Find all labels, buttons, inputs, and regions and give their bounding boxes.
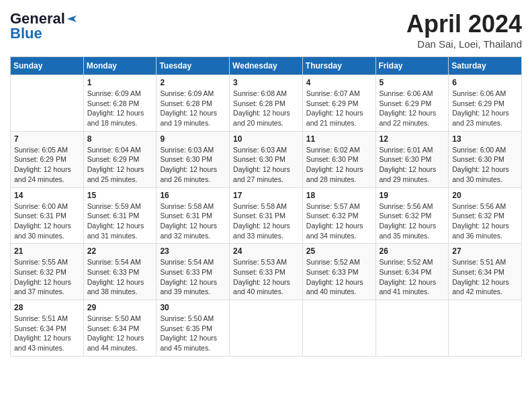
day-number: 16 (160, 191, 226, 200)
calendar-cell: 7Sunrise: 6:05 AMSunset: 6:29 PMDaylight… (11, 131, 84, 187)
calendar-table: SundayMondayTuesdayWednesdayThursdayFrid… (10, 56, 522, 357)
svg-marker-0 (67, 15, 77, 22)
day-number: 6 (452, 78, 518, 87)
calendar-cell: 14Sunrise: 6:00 AMSunset: 6:31 PMDayligh… (11, 187, 84, 244)
day-number: 9 (160, 134, 226, 144)
day-info: Sunrise: 6:00 AMSunset: 6:31 PMDaylight:… (14, 201, 80, 241)
day-number: 23 (160, 246, 226, 256)
day-number: 11 (306, 134, 372, 144)
calendar-cell (449, 300, 522, 357)
day-info: Sunrise: 5:50 AMSunset: 6:34 PMDaylight:… (87, 314, 153, 353)
day-info: Sunrise: 6:09 AMSunset: 6:28 PMDaylight:… (87, 89, 153, 128)
day-info: Sunrise: 6:07 AMSunset: 6:29 PMDaylight:… (306, 89, 372, 128)
day-number: 13 (452, 134, 518, 144)
logo-blue: Blue (10, 25, 42, 42)
day-number: 4 (306, 78, 372, 87)
header-cell-saturday: Saturday (449, 57, 522, 75)
header-cell-friday: Friday (375, 57, 449, 75)
calendar-cell: 25Sunrise: 5:52 AMSunset: 6:33 PMDayligh… (302, 244, 375, 300)
day-number: 30 (160, 303, 226, 312)
day-info: Sunrise: 5:54 AMSunset: 6:33 PMDaylight:… (160, 257, 226, 297)
header-cell-thursday: Thursday (302, 57, 375, 75)
calendar-cell: 21Sunrise: 5:55 AMSunset: 6:32 PMDayligh… (11, 244, 84, 300)
day-info: Sunrise: 6:05 AMSunset: 6:29 PMDaylight:… (14, 145, 80, 185)
header-cell-tuesday: Tuesday (157, 57, 230, 75)
calendar-cell: 22Sunrise: 5:54 AMSunset: 6:33 PMDayligh… (83, 244, 157, 300)
day-number: 25 (306, 246, 372, 256)
calendar-cell: 28Sunrise: 5:51 AMSunset: 6:34 PMDayligh… (11, 300, 84, 357)
calendar-cell: 5Sunrise: 6:06 AMSunset: 6:29 PMDaylight… (375, 75, 449, 132)
day-info: Sunrise: 6:03 AMSunset: 6:30 PMDaylight:… (160, 145, 226, 185)
day-number: 19 (380, 191, 445, 200)
day-info: Sunrise: 5:57 AMSunset: 6:32 PMDaylight:… (306, 201, 372, 241)
day-info: Sunrise: 5:58 AMSunset: 6:31 PMDaylight:… (233, 201, 299, 241)
calendar-cell: 4Sunrise: 6:07 AMSunset: 6:29 PMDaylight… (302, 75, 375, 132)
day-number: 8 (87, 134, 153, 144)
day-info: Sunrise: 5:55 AMSunset: 6:32 PMDaylight:… (14, 257, 80, 297)
day-number: 20 (452, 191, 518, 200)
calendar-week-3: 14Sunrise: 6:00 AMSunset: 6:31 PMDayligh… (11, 187, 522, 244)
day-number: 7 (14, 134, 80, 144)
day-info: Sunrise: 6:04 AMSunset: 6:29 PMDaylight:… (87, 145, 153, 185)
calendar-cell: 1Sunrise: 6:09 AMSunset: 6:28 PMDaylight… (83, 75, 157, 132)
calendar-cell (11, 75, 84, 132)
calendar-cell: 23Sunrise: 5:54 AMSunset: 6:33 PMDayligh… (157, 244, 230, 300)
header-cell-sunday: Sunday (11, 57, 84, 75)
calendar-cell (302, 300, 375, 357)
calendar-cell: 19Sunrise: 5:56 AMSunset: 6:32 PMDayligh… (375, 187, 449, 244)
header-cell-wednesday: Wednesday (230, 57, 303, 75)
day-number: 12 (380, 134, 445, 144)
day-number: 29 (87, 303, 153, 312)
calendar-cell: 27Sunrise: 5:51 AMSunset: 6:34 PMDayligh… (449, 244, 522, 300)
calendar-body: 1Sunrise: 6:09 AMSunset: 6:28 PMDaylight… (11, 75, 522, 357)
day-number: 17 (233, 191, 299, 200)
calendar-cell: 13Sunrise: 6:00 AMSunset: 6:30 PMDayligh… (449, 131, 522, 187)
day-number: 15 (87, 191, 153, 200)
day-info: Sunrise: 5:52 AMSunset: 6:34 PMDaylight:… (380, 257, 445, 297)
calendar-week-1: 1Sunrise: 6:09 AMSunset: 6:28 PMDaylight… (11, 75, 522, 132)
calendar-cell (230, 300, 303, 357)
calendar-cell: 2Sunrise: 6:09 AMSunset: 6:28 PMDaylight… (157, 75, 230, 132)
calendar-cell: 12Sunrise: 6:01 AMSunset: 6:30 PMDayligh… (375, 131, 449, 187)
day-info: Sunrise: 6:01 AMSunset: 6:30 PMDaylight:… (380, 145, 445, 185)
logo-bird-icon (66, 13, 78, 25)
day-number: 1 (87, 78, 153, 87)
day-info: Sunrise: 5:54 AMSunset: 6:33 PMDaylight:… (87, 257, 153, 297)
calendar-cell: 29Sunrise: 5:50 AMSunset: 6:34 PMDayligh… (83, 300, 157, 357)
day-number: 5 (380, 78, 445, 87)
day-number: 21 (14, 246, 80, 256)
day-info: Sunrise: 5:56 AMSunset: 6:32 PMDaylight:… (452, 201, 518, 241)
calendar-week-4: 21Sunrise: 5:55 AMSunset: 6:32 PMDayligh… (11, 244, 522, 300)
day-number: 14 (14, 191, 80, 200)
calendar-cell: 26Sunrise: 5:52 AMSunset: 6:34 PMDayligh… (375, 244, 449, 300)
calendar-week-2: 7Sunrise: 6:05 AMSunset: 6:29 PMDaylight… (11, 131, 522, 187)
title-area: April 2024 Dan Sai, Loei, Thailand (406, 10, 522, 50)
day-info: Sunrise: 6:03 AMSunset: 6:30 PMDaylight:… (233, 145, 299, 185)
header-cell-monday: Monday (83, 57, 157, 75)
day-number: 27 (452, 246, 518, 256)
calendar-week-5: 28Sunrise: 5:51 AMSunset: 6:34 PMDayligh… (11, 300, 522, 357)
day-info: Sunrise: 5:51 AMSunset: 6:34 PMDaylight:… (452, 257, 518, 297)
day-info: Sunrise: 5:51 AMSunset: 6:34 PMDaylight:… (14, 314, 80, 353)
calendar-cell: 15Sunrise: 5:59 AMSunset: 6:31 PMDayligh… (83, 187, 157, 244)
day-info: Sunrise: 6:06 AMSunset: 6:29 PMDaylight:… (452, 89, 518, 128)
day-number: 2 (160, 78, 226, 87)
day-info: Sunrise: 5:59 AMSunset: 6:31 PMDaylight:… (87, 201, 153, 241)
day-info: Sunrise: 6:09 AMSunset: 6:28 PMDaylight:… (160, 89, 226, 128)
day-info: Sunrise: 5:53 AMSunset: 6:33 PMDaylight:… (233, 257, 299, 297)
calendar-cell: 9Sunrise: 6:03 AMSunset: 6:30 PMDaylight… (157, 131, 230, 187)
calendar-header-row: SundayMondayTuesdayWednesdayThursdayFrid… (11, 57, 522, 75)
month-title: April 2024 (406, 10, 522, 38)
calendar-cell: 11Sunrise: 6:02 AMSunset: 6:30 PMDayligh… (302, 131, 375, 187)
day-number: 28 (14, 303, 80, 312)
day-info: Sunrise: 5:52 AMSunset: 6:33 PMDaylight:… (306, 257, 372, 297)
calendar-cell: 18Sunrise: 5:57 AMSunset: 6:32 PMDayligh… (302, 187, 375, 244)
day-number: 3 (233, 78, 299, 87)
day-info: Sunrise: 6:08 AMSunset: 6:28 PMDaylight:… (233, 89, 299, 128)
calendar-cell: 3Sunrise: 6:08 AMSunset: 6:28 PMDaylight… (230, 75, 303, 132)
day-info: Sunrise: 5:58 AMSunset: 6:31 PMDaylight:… (160, 201, 226, 241)
day-info: Sunrise: 6:06 AMSunset: 6:29 PMDaylight:… (380, 89, 445, 128)
calendar-cell: 17Sunrise: 5:58 AMSunset: 6:31 PMDayligh… (230, 187, 303, 244)
calendar-cell: 16Sunrise: 5:58 AMSunset: 6:31 PMDayligh… (157, 187, 230, 244)
day-number: 10 (233, 134, 299, 144)
